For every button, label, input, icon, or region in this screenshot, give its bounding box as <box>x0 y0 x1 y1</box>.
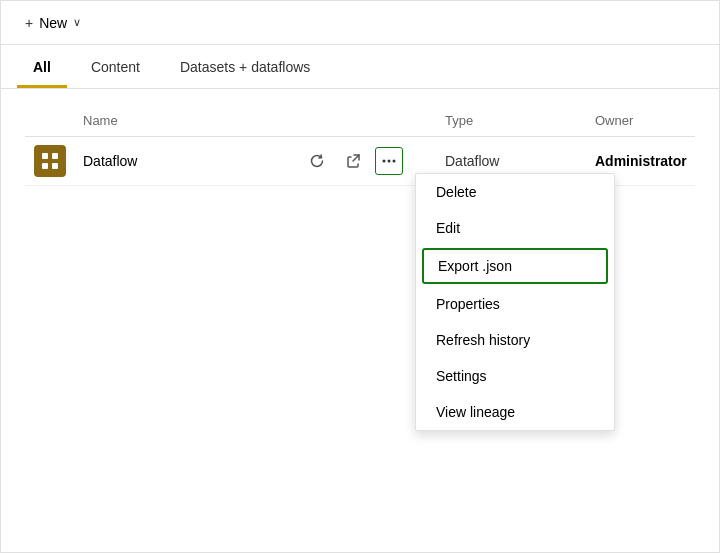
col-icon <box>25 113 75 128</box>
menu-item-edit[interactable]: Edit <box>416 210 614 246</box>
svg-rect-2 <box>42 163 48 169</box>
new-label: New <box>39 15 67 31</box>
col-type-header: Type <box>445 113 595 128</box>
new-button[interactable]: + New ∨ <box>17 11 89 35</box>
row-type: Dataflow <box>445 153 595 169</box>
dataflow-icon <box>34 145 66 177</box>
menu-item-view-lineage[interactable]: View lineage <box>416 394 614 430</box>
chevron-down-icon: ∨ <box>73 16 81 29</box>
row-actions <box>295 147 445 175</box>
col-name-header: Name <box>75 113 295 128</box>
row-owner: Administrator <box>595 153 695 169</box>
tabs-bar: All Content Datasets + dataflows <box>1 45 719 89</box>
menu-item-settings[interactable]: Settings <box>416 358 614 394</box>
tab-content[interactable]: Content <box>75 49 156 88</box>
svg-rect-1 <box>52 153 58 159</box>
main-content: Name Type Owner Dataflow <box>1 89 719 202</box>
table-row: Dataflow <box>25 137 695 186</box>
svg-point-6 <box>393 160 396 163</box>
table: Name Type Owner Dataflow <box>25 105 695 186</box>
row-name: Dataflow <box>75 153 295 169</box>
tab-all[interactable]: All <box>17 49 67 88</box>
menu-item-refresh-history[interactable]: Refresh history <box>416 322 614 358</box>
menu-item-export-json[interactable]: Export .json <box>422 248 608 284</box>
col-actions <box>295 113 445 128</box>
context-menu: Delete Edit Export .json Properties Refr… <box>415 173 615 431</box>
svg-rect-0 <box>42 153 48 159</box>
table-header: Name Type Owner <box>25 105 695 137</box>
refresh-icon[interactable] <box>303 147 331 175</box>
svg-point-4 <box>383 160 386 163</box>
menu-item-properties[interactable]: Properties <box>416 286 614 322</box>
more-options-button[interactable] <box>375 147 403 175</box>
header: + New ∨ <box>1 1 719 45</box>
row-icon-cell <box>25 145 75 177</box>
svg-rect-3 <box>52 163 58 169</box>
col-owner-header: Owner <box>595 113 695 128</box>
svg-point-5 <box>388 160 391 163</box>
plus-icon: + <box>25 15 33 31</box>
menu-item-delete[interactable]: Delete <box>416 174 614 210</box>
share-icon[interactable] <box>339 147 367 175</box>
tab-datasets[interactable]: Datasets + dataflows <box>164 49 326 88</box>
